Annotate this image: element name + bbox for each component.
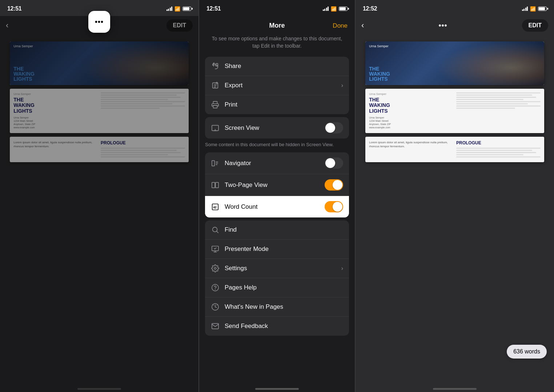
right-document-author-hero: Urna Semper (369, 44, 389, 48)
menu-item-presenter[interactable]: Presenter Mode (205, 240, 349, 259)
menu-item-find[interactable]: Find (205, 220, 349, 240)
edit-button[interactable]: EDIT (166, 19, 193, 32)
center-wifi-icon: 📶 (331, 6, 337, 12)
left-status-icons: 📶 (166, 6, 192, 12)
settings-icon (211, 264, 220, 273)
menu-item-screen-view[interactable]: Screen View (205, 117, 349, 139)
center-status-time: 12:51 (206, 5, 221, 12)
share-icon (211, 62, 220, 71)
left-panel: 12:51 📶 ‹ ••• EDIT Urna Semper (0, 0, 199, 392)
right-home-indicator (356, 380, 554, 392)
feedback-icon (211, 322, 220, 331)
right-more-button[interactable]: ••• (435, 17, 451, 33)
menu-item-whats-new[interactable]: What's New in Pages (205, 297, 349, 317)
word-count-label: Word Count (225, 203, 257, 211)
settings-right: › (341, 265, 343, 272)
navigator-toggle-right (325, 157, 343, 169)
menu-item-share[interactable]: Share (205, 57, 349, 76)
right-title-label-2: THE WAKING LIGHTS (369, 97, 453, 114)
menu-item-export[interactable]: Export › (205, 76, 349, 95)
back-button[interactable]: ‹ (6, 21, 8, 30)
print-icon (211, 100, 220, 109)
right-document-hero-image: Urna Semper THE WAKING LIGHTS (365, 41, 544, 85)
center-signal-icon (323, 7, 329, 11)
word-count-row-container: 42 Word Count (205, 196, 349, 217)
more-dots-icon: ••• (95, 18, 104, 26)
find-label: Find (225, 226, 237, 233)
menu-section-bottom: Find Presenter Mode (205, 220, 349, 336)
screen-view-note: Some content in this document will be hi… (199, 140, 355, 151)
menu-item-pages-help[interactable]: Pages Help (205, 278, 349, 297)
right-home-bar (433, 388, 477, 390)
more-menu-subtitle: To see more options and make changes to … (199, 32, 355, 55)
document-hero-image: Urna Semper THE WAKING LIGHTS (10, 41, 188, 85)
screen-view-toggle[interactable] (325, 122, 343, 133)
more-button-highlighted[interactable]: ••• (88, 11, 110, 33)
left-toolbar: ‹ ••• EDIT (0, 16, 198, 35)
left-home-bar (77, 388, 121, 390)
center-battery-icon (339, 7, 348, 11)
screen-view-label: Screen View (225, 124, 259, 132)
svg-text:42: 42 (213, 206, 217, 209)
settings-left: Settings (211, 264, 247, 273)
word-count-left: 42 Word Count (211, 203, 257, 211)
screen-view-icon (211, 124, 220, 132)
right-document-title: THE WAKING LIGHTS (369, 66, 390, 81)
battery-icon (182, 7, 191, 11)
menu-item-word-count[interactable]: 42 Word Count (205, 196, 349, 217)
right-document-page-1: Urna Semper THE WAKING LIGHTS (365, 41, 544, 85)
menu-item-two-page-view[interactable]: Two-Page View (205, 174, 349, 196)
address-block: Urna Semper 1234 Main Street Anytown, St… (13, 116, 98, 129)
presenter-label: Presenter Mode (225, 245, 269, 253)
svg-rect-3 (213, 105, 217, 108)
menu-item-settings[interactable]: Settings › (205, 259, 349, 278)
menu-item-navigator[interactable]: Navigator (205, 152, 349, 174)
right-more-dots-icon: ••• (438, 21, 447, 30)
center-status-bar: 12:51 📶 (199, 0, 355, 16)
right-wifi-icon: 📶 (530, 6, 536, 12)
menu-item-print[interactable]: Print (205, 95, 349, 114)
feedback-label: Send Feedback (225, 323, 268, 330)
right-battery-icon (538, 7, 547, 11)
done-button[interactable]: Done (333, 22, 348, 29)
title-label-2: THE WAKING LIGHTS (13, 97, 98, 114)
word-count-icon: 42 (211, 203, 220, 211)
word-count-badge: 636 words (507, 345, 547, 359)
screen-view-section: Screen View (205, 117, 349, 139)
right-prologue-label: PROLOGUE (456, 140, 541, 145)
find-icon (211, 225, 220, 234)
signal-icon (166, 7, 173, 11)
svg-rect-5 (212, 161, 214, 166)
svg-rect-2 (213, 101, 217, 104)
back-chevron-icon: ‹ (6, 21, 8, 30)
more-menu: More Done To see more options and make c… (199, 16, 355, 380)
center-home-bar (255, 388, 299, 390)
screen-view-left: Screen View (211, 124, 259, 132)
svg-point-12 (214, 268, 216, 270)
two-page-toggle[interactable] (325, 179, 343, 191)
presenter-icon (211, 245, 220, 253)
document-page-1: Urna Semper THE WAKING LIGHTS (10, 41, 188, 85)
navigator-left: Navigator (211, 159, 251, 168)
more-menu-title: More (269, 22, 285, 29)
export-label: Export (225, 82, 242, 89)
pages-help-label: Pages Help (225, 284, 257, 291)
export-icon (211, 81, 220, 90)
prologue-label: PROLOGUE (101, 140, 185, 145)
word-count-toggle[interactable] (325, 201, 343, 212)
more-menu-header: More Done (199, 16, 355, 32)
presenter-left: Presenter Mode (211, 245, 269, 253)
right-signal-icon (522, 7, 528, 11)
center-status-icons: 📶 (323, 6, 348, 12)
navigator-label: Navigator (225, 160, 251, 167)
navigator-toggle[interactable] (325, 157, 343, 169)
right-back-button[interactable]: ‹ (361, 21, 364, 30)
right-edit-button[interactable]: EDIT (522, 19, 548, 32)
center-panel: 12:51 📶 More Done To see more options an… (199, 0, 355, 392)
menu-item-send-feedback[interactable]: Send Feedback (205, 317, 349, 336)
whats-new-label: What's New in Pages (225, 303, 283, 311)
menu-item-export-left: Export (211, 81, 242, 90)
document-page-3: Lorem ipsum dolor sit amet, ligula suspe… (10, 137, 188, 162)
menu-section-view: Navigator Two-Page View (205, 152, 349, 217)
document-author-hero: Urna Semper (13, 44, 33, 48)
